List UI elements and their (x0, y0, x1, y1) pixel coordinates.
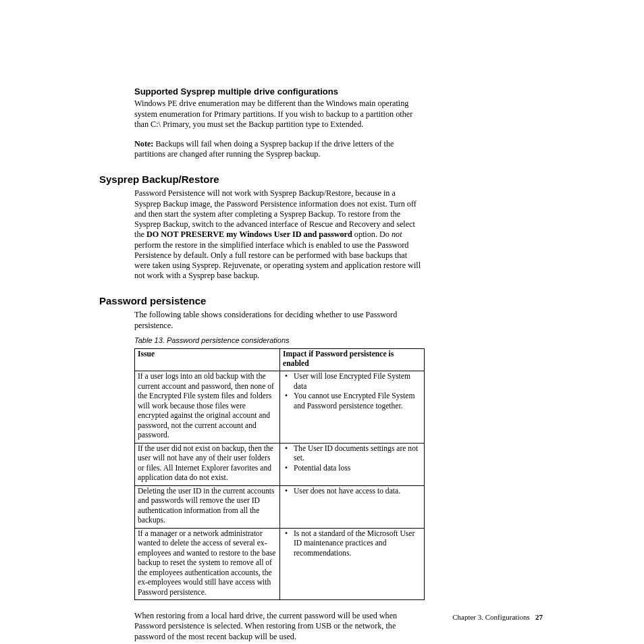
footer-chapter: Chapter 3. Configurations (452, 613, 530, 621)
impact-list: User does not have access to data. (283, 487, 421, 496)
text-not: not (392, 230, 402, 239)
table-row: If a user logs into an old backup with t… (135, 371, 425, 443)
th-impact: Impact if Password persistence is enable… (280, 348, 425, 371)
note-text: Backups will fail when doing a Sysprep b… (134, 139, 394, 159)
cell-issue: If a manager or a network administrator … (135, 528, 280, 599)
table-row: If a manager or a network administrator … (135, 528, 425, 599)
cell-impact: Is not a standard of the Microsoft User … (280, 528, 425, 599)
cell-issue: If the user did not exist on backup, the… (135, 443, 280, 485)
text-post: perform the restore in the simplified in… (134, 240, 421, 281)
para-password-intro: The following table shows considerations… (134, 310, 423, 331)
page-content: Supported Sysprep multiple drive configu… (99, 86, 423, 644)
list-item: Potential data loss (290, 464, 421, 473)
document-page: Supported Sysprep multiple drive configu… (0, 0, 644, 644)
list-item: User will lose Encrypted File System dat… (290, 372, 421, 392)
text-mid: option. Do (352, 230, 392, 239)
impact-list: Is not a standard of the Microsoft User … (283, 529, 421, 558)
footer-page-number: 27 (535, 613, 543, 621)
impact-list: The User ID documents settings are not s… (283, 444, 421, 473)
cell-issue: Deleting the user ID in the current acco… (135, 485, 280, 528)
table-password-persistence: Issue Impact if Password persistence is … (134, 348, 425, 601)
list-item: Is not a standard of the Microsoft User … (290, 529, 421, 558)
cell-impact: User will lose Encrypted File System dat… (280, 371, 425, 443)
th-issue: Issue (135, 348, 280, 371)
para-sysprep-drives: Windows PE drive enumeration may be diff… (134, 99, 423, 130)
text-bold-option: DO NOT PRESERVE my Windows User ID and p… (146, 230, 352, 239)
heading-sysprep-backup-restore: Sysprep Backup/Restore (99, 173, 423, 186)
table-row: Deleting the user ID in the current acco… (135, 485, 425, 528)
list-item: The User ID documents settings are not s… (290, 444, 421, 464)
table-header-row: Issue Impact if Password persistence is … (135, 348, 425, 371)
note-label: Note: (134, 139, 153, 149)
page-footer: Chapter 3. Configurations 27 (452, 613, 543, 622)
cell-impact: The User ID documents settings are not s… (280, 443, 425, 485)
list-item: User does not have access to data. (290, 487, 421, 496)
table-caption: Table 13. Password persistence considera… (134, 336, 423, 346)
list-item: You cannot use Encrypted File System and… (290, 392, 421, 411)
para-sysprep-note: Note: Backups will fail when doing a Sys… (134, 139, 423, 160)
table-row: If the user did not exist on backup, the… (135, 443, 425, 485)
cell-issue: If a user logs into an old backup with t… (135, 371, 280, 443)
para-sysprep-backup-restore: Password Persistence will not work with … (134, 188, 423, 281)
heading-sysprep-drives: Supported Sysprep multiple drive configu… (134, 86, 423, 97)
para-password-outro: When restoring from a local hard drive, … (134, 611, 423, 642)
impact-list: User will lose Encrypted File System dat… (283, 372, 421, 411)
cell-impact: User does not have access to data. (280, 485, 425, 528)
heading-password-persistence: Password persistence (99, 295, 423, 308)
